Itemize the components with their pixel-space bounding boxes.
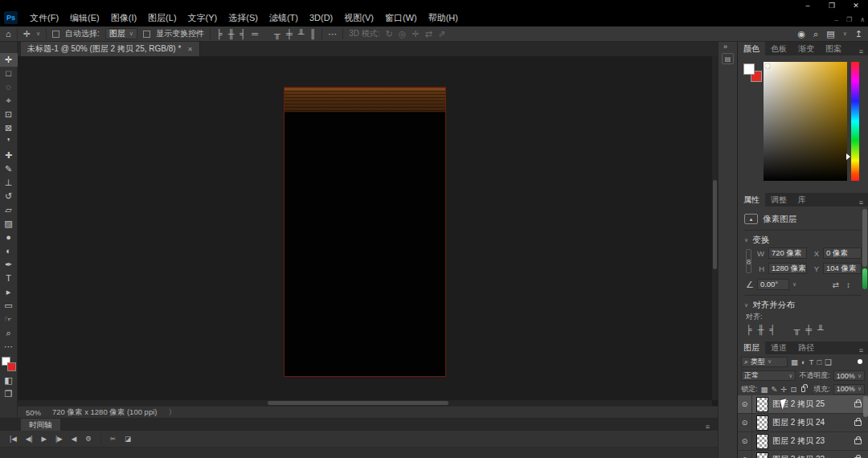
align-left-button[interactable]: ╞ — [746, 325, 752, 334]
close-button[interactable]: ✕ — [844, 0, 868, 12]
panel-menu-icon[interactable]: ≡ — [859, 346, 863, 354]
app-collapse-icon[interactable]: ∧ — [860, 16, 865, 23]
tab-libraries[interactable]: 库 — [792, 193, 812, 207]
align-center-h-button[interactable]: ╫ — [228, 29, 235, 39]
width-field[interactable]: 720 像素 — [768, 247, 807, 259]
next-frame-button[interactable]: |▶ — [55, 435, 63, 443]
background-color-swatch[interactable] — [7, 362, 16, 371]
share-icon[interactable]: ↥ — [855, 29, 862, 39]
link-dimensions-icon[interactable]: 8 — [746, 249, 751, 273]
layer-thumbnail[interactable] — [756, 434, 768, 449]
workspace-icon[interactable]: ▤ — [826, 29, 834, 39]
distribute-v-button[interactable]: ║ — [309, 29, 316, 39]
transition-button[interactable]: ◪ — [125, 435, 131, 443]
align-bottom-button[interactable]: ╨ — [298, 29, 305, 39]
fill-dropdown[interactable]: 100% ∨ — [833, 384, 865, 395]
eraser-tool[interactable]: ▱ — [0, 203, 18, 217]
app-minimize-icon[interactable]: – — [835, 16, 838, 23]
filter-adjustment-layers-icon[interactable]: ◐ — [801, 358, 806, 366]
timeline-track-area[interactable] — [0, 448, 718, 458]
layer-name[interactable]: 图层 2 拷贝 24 — [772, 417, 825, 428]
tab-color[interactable]: 颜色 — [738, 42, 765, 55]
color-swatch-pair[interactable] — [743, 63, 764, 84]
quick-mask-toggle[interactable]: ◧ — [0, 374, 18, 387]
canvas-workspace[interactable] — [18, 56, 718, 406]
visibility-eye-icon[interactable]: ⊙ — [738, 395, 752, 414]
distribute-h-button[interactable]: ═ — [252, 29, 258, 39]
align-center-h-button[interactable]: ╫ — [758, 325, 764, 334]
menu-3d[interactable]: 3D(D) — [304, 10, 338, 25]
hue-slider[interactable] — [851, 62, 859, 181]
panel-menu-icon[interactable]: ≡ — [859, 198, 863, 207]
zoom-level[interactable]: 50% — [26, 408, 41, 417]
timeline-settings-button[interactable]: ⚙ — [85, 435, 92, 443]
home-icon[interactable]: ⌂ — [6, 29, 11, 39]
flip-horizontal-icon[interactable]: ⇄ — [833, 280, 839, 289]
menu-select[interactable]: 选择(S) — [223, 10, 264, 25]
menu-image[interactable]: 图像(I) — [105, 10, 142, 25]
filter-toggle-icon[interactable] — [858, 359, 862, 364]
edit-toolbar-icon[interactable]: ⋯ — [0, 340, 18, 354]
previous-frame-button[interactable]: ◀| — [26, 435, 33, 443]
gradient-tool[interactable]: ▨ — [0, 217, 18, 231]
height-field[interactable]: 1280 像素 — [768, 263, 807, 274]
quick-selection-tool[interactable]: ⌖ — [0, 94, 18, 108]
angle-field[interactable]: 0.00° — [757, 279, 789, 290]
lasso-tool[interactable]: ◌ — [0, 80, 18, 94]
filter-shape-layers-icon[interactable]: □ — [817, 358, 822, 366]
align-right-button[interactable]: ╡ — [240, 29, 247, 39]
menu-filter[interactable]: 滤镜(T) — [264, 10, 304, 25]
hue-slider-pointer[interactable] — [846, 153, 850, 160]
show-transform-checkbox[interactable] — [143, 31, 150, 38]
tab-channels[interactable]: 通道 — [765, 341, 792, 354]
tab-gradients[interactable]: 渐变 — [792, 42, 820, 55]
status-chevron-icon[interactable]: 〉 — [168, 407, 176, 418]
move-tool-icon[interactable]: ✛ — [23, 29, 31, 39]
lock-pixels-icon[interactable]: ✎ — [772, 385, 778, 394]
filter-pixel-layers-icon[interactable]: ▦ — [791, 358, 798, 366]
filter-type-layers-icon[interactable]: T — [809, 358, 814, 366]
chevron-down-icon[interactable]: ∨ — [36, 31, 40, 37]
color-swatches[interactable] — [1, 356, 17, 374]
lock-all-icon[interactable] — [801, 386, 805, 392]
opacity-dropdown[interactable]: 100% ∨ — [833, 370, 865, 381]
flip-vertical-icon[interactable]: ↕ — [846, 280, 850, 289]
zoom-tool[interactable]: ⌕ — [0, 326, 18, 340]
layer-name[interactable]: 图层 2 拷贝 22 — [772, 454, 825, 458]
align-middle-button[interactable]: ╪ — [286, 29, 293, 39]
layer-row[interactable]: ⊙ 图层 2 拷贝 24 — [738, 414, 868, 432]
first-frame-button[interactable]: |◀ — [10, 435, 17, 443]
tab-patterns[interactable]: 图案 — [820, 42, 847, 55]
healing-brush-tool[interactable]: ✚ — [0, 149, 18, 162]
account-icon[interactable]: ◉ — [797, 29, 805, 39]
split-clip-button[interactable]: ✂ — [110, 435, 116, 443]
visibility-eye-icon[interactable]: ⊙ — [738, 414, 752, 432]
frame-tool[interactable]: ⊠ — [0, 121, 18, 135]
properties-scrollbar[interactable] — [862, 209, 867, 267]
play-button[interactable]: ▶ — [42, 435, 47, 443]
auto-select-checkbox[interactable] — [52, 31, 59, 38]
menu-window[interactable]: 窗口(W) — [379, 10, 423, 25]
auto-select-dropdown[interactable]: 图层 ∨ — [105, 28, 137, 39]
menu-help[interactable]: 帮助(H) — [423, 10, 464, 25]
color-field-marker[interactable] — [765, 63, 770, 68]
app-restore-icon[interactable]: ❐ — [846, 16, 852, 23]
visibility-eye-icon[interactable]: ⊙ — [738, 432, 752, 451]
minimize-button[interactable]: – — [796, 0, 820, 12]
layers-scrollbar[interactable] — [863, 396, 868, 417]
panel-menu-icon[interactable]: ≡ — [706, 423, 710, 431]
shape-tool[interactable]: ▭ — [0, 299, 18, 313]
tab-layers[interactable]: 图层 — [738, 341, 765, 354]
path-selection-tool[interactable]: ▸ — [0, 285, 18, 299]
foreground-color-swatch[interactable] — [743, 63, 755, 75]
blur-tool[interactable]: ● — [0, 231, 18, 244]
tab-properties[interactable]: 属性 — [738, 193, 765, 207]
menu-view[interactable]: 视图(V) — [338, 10, 379, 25]
layer-filter-dropdown[interactable]: ⌕ 类型 ∨ — [741, 357, 788, 367]
more-options-icon[interactable]: ⋯ — [328, 29, 337, 39]
layer-row[interactable]: ⊙ 图层 2 拷贝 25 — [738, 395, 868, 414]
panel-menu-icon[interactable]: ≡ — [859, 47, 863, 55]
history-panel-icon[interactable]: ▤ — [722, 53, 734, 64]
chevron-down-icon[interactable]: ∨ — [843, 31, 847, 37]
blend-mode-dropdown[interactable]: 正常 ∨ — [741, 370, 796, 381]
